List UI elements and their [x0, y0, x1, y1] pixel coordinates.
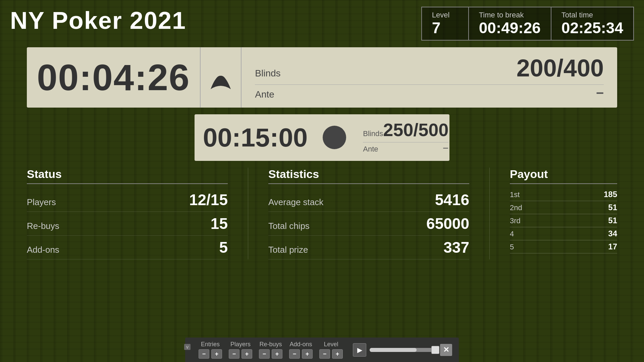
statistics-panel: Statistics Average stack 5416 Total chip… [268, 168, 469, 259]
payout-title: Payout [510, 168, 617, 184]
level-ctrl-label: Level [324, 341, 338, 348]
payout-place: 1st [510, 190, 520, 199]
play-button[interactable]: ▶ [353, 343, 366, 357]
total-prize-row: Total prize 337 [268, 236, 469, 259]
payout-row: 517 [510, 240, 617, 253]
players-ctrl-label: Players [230, 341, 251, 348]
next-blinds-value: 250/500 [383, 119, 448, 140]
addons-row: Add-ons 5 [27, 236, 228, 259]
svg-point-0 [216, 76, 226, 86]
rebuys-ctrl-label: Re-buys [259, 341, 282, 348]
total-time-box: Total time 02:25:34 [551, 7, 633, 40]
payout-place: 5 [510, 243, 514, 251]
stats-section: Status Players 12/15 Re-buys 15 Add-ons … [0, 161, 644, 259]
progress-bar[interactable] [370, 348, 437, 352]
total-prize-label: Total prize [268, 245, 308, 255]
players-value: 12/15 [189, 191, 228, 209]
payout-row: 1st185 [510, 188, 617, 201]
addons-plus-button[interactable]: + [302, 349, 313, 359]
divider-2 [489, 168, 490, 259]
current-blinds-row: Blinds 200/400 [255, 54, 604, 85]
current-icon-section [200, 47, 241, 108]
header: NY Poker 2021 Level 7 Time to break 00:4… [0, 0, 644, 41]
level-control: Level − + [319, 341, 343, 359]
addons-ctrl-label: Add-ons [289, 341, 312, 348]
v-badge: v [184, 344, 191, 350]
progress-fill [370, 348, 417, 352]
current-timer: 00:04:26 [37, 56, 190, 99]
next-ante-row: Ante − [363, 142, 448, 156]
main-content: 00:04:26 Blinds 200/400 Ante − 00:15:00 [0, 41, 644, 161]
total-prize-value: 337 [443, 238, 469, 256]
addons-minus-button[interactable]: − [289, 349, 300, 359]
entries-buttons: − + [199, 349, 222, 359]
rebuys-value: 15 [211, 215, 228, 233]
payout-place: 3rd [510, 217, 521, 225]
current-blinds-section: Blinds 200/400 Ante − [241, 47, 617, 108]
players-buttons: − + [229, 349, 252, 359]
players-control: Players − + [229, 341, 252, 359]
payout-place: 4 [510, 230, 514, 238]
avg-stack-label: Average stack [268, 197, 323, 207]
addons-label: Add-ons [27, 245, 59, 255]
total-chips-label: Total chips [268, 221, 310, 231]
time-to-break-value: 00:49:26 [479, 19, 541, 37]
next-timer: 00:15:00 [203, 122, 308, 153]
total-time-value: 02:25:34 [561, 19, 623, 37]
rebuys-control: Re-buys − + [259, 341, 282, 359]
time-to-break-label: Time to break [479, 11, 541, 19]
avg-stack-value: 5416 [435, 191, 469, 209]
entries-label: Entries [201, 341, 220, 348]
next-ante-value: − [443, 142, 449, 154]
progress-thumb[interactable] [431, 346, 439, 354]
bottom-controls: v Entries − + Players − + Re-buys − + Ad… [185, 338, 459, 362]
next-ante-label: Ante [363, 145, 378, 154]
statistics-title: Statistics [268, 168, 469, 184]
players-plus-button[interactable]: + [241, 349, 252, 359]
level-buttons: − + [319, 349, 343, 359]
players-minus-button[interactable]: − [229, 349, 239, 359]
current-ante-label: Ante [255, 89, 274, 100]
level-plus-button[interactable]: + [332, 349, 343, 359]
addons-value: 5 [219, 238, 228, 256]
divider-1 [248, 168, 248, 259]
payout-row: 2nd51 [510, 201, 617, 214]
close-button[interactable]: ✕ [440, 344, 452, 356]
playback-section: ▶ ✕ [353, 343, 452, 357]
status-panel: Status Players 12/15 Re-buys 15 Add-ons … [27, 168, 228, 259]
next-blinds-row: Blinds 250/500 [363, 119, 448, 142]
rebuys-minus-button[interactable]: − [259, 349, 270, 359]
level-minus-button[interactable]: − [319, 349, 330, 359]
payout-row: 3rd51 [510, 214, 617, 227]
header-stats: Level 7 Time to break 00:49:26 Total tim… [421, 7, 634, 41]
next-blinds-section: Blinds 250/500 Ante − [353, 114, 459, 161]
total-chips-value: 65000 [426, 215, 469, 233]
rebuys-row: Re-buys 15 [27, 212, 228, 236]
current-timer-section: 00:04:26 [27, 47, 200, 108]
entries-plus-button[interactable]: + [211, 349, 222, 359]
card-icon [207, 62, 234, 93]
payout-value: 34 [608, 229, 617, 238]
rebuys-label: Re-buys [27, 221, 59, 231]
payout-rows: 1st1852nd513rd51434517 [510, 188, 617, 253]
payout-value: 51 [608, 216, 617, 225]
status-title: Status [27, 168, 228, 184]
total-chips-row: Total chips 65000 [268, 212, 469, 236]
entries-minus-button[interactable]: − [199, 349, 209, 359]
total-time-label: Total time [561, 11, 623, 19]
avg-stack-row: Average stack 5416 [268, 188, 469, 212]
current-blinds-value: 200/400 [517, 54, 604, 82]
next-icon-section [316, 114, 353, 161]
addons-buttons: − + [289, 349, 313, 359]
payout-row: 434 [510, 227, 617, 240]
payout-value: 17 [608, 242, 617, 251]
next-timer-section: 00:15:00 [195, 114, 316, 161]
players-label: Players [27, 197, 56, 207]
current-level-card: 00:04:26 Blinds 200/400 Ante − [27, 47, 617, 108]
rebuys-buttons: − + [259, 349, 282, 359]
entries-control: Entries − + [199, 341, 222, 359]
players-row: Players 12/15 [27, 188, 228, 212]
level-box: Level 7 [422, 7, 469, 40]
rebuys-plus-button[interactable]: + [272, 349, 282, 359]
time-to-break-box: Time to break 00:49:26 [469, 7, 551, 40]
